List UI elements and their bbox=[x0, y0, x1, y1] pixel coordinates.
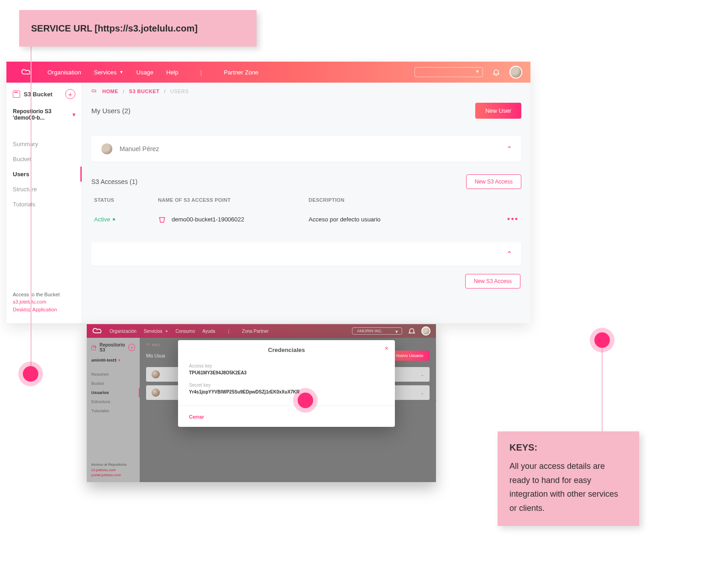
chevron-down-icon[interactable]: ⌄ bbox=[420, 372, 424, 377]
nav-usage[interactable]: Usage bbox=[136, 69, 154, 76]
nav-consumo[interactable]: Consumo bbox=[175, 329, 195, 334]
bucket-icon bbox=[158, 215, 166, 224]
main-app-window: Organisation Services▼ Usage Help | Part… bbox=[6, 62, 530, 323]
chevron-down-icon[interactable]: ⌄ bbox=[420, 390, 424, 395]
sidebar: S3 Bucket + Repostiorio S3 'demo00-b...▾… bbox=[6, 83, 82, 323]
new-s3-access-button[interactable]: New S3 Access bbox=[465, 274, 520, 289]
modal-title: Credenciales bbox=[178, 346, 395, 360]
chevron-down-icon: ▼ bbox=[120, 70, 124, 74]
repo-name: Repostiorio S3 'demo00-b... bbox=[13, 108, 71, 121]
sidebar-item-resumen[interactable]: Resumen bbox=[87, 370, 140, 379]
top-nav: Organisation Services▼ Usage Help | Part… bbox=[6, 62, 530, 83]
more-actions-icon[interactable]: ••• bbox=[507, 215, 519, 224]
nav-servicios[interactable]: Servicios▼ bbox=[144, 329, 168, 334]
sidebar-title: S3 Bucket bbox=[13, 90, 52, 98]
breadcrumb-s3bucket[interactable]: S3 BUCKET bbox=[129, 89, 160, 94]
page-title: My Users (2) bbox=[91, 107, 131, 115]
nav-zona-partner[interactable]: Zona Partner bbox=[242, 329, 268, 334]
new-s3-access-button[interactable]: New S3 Access bbox=[466, 174, 521, 189]
chevron-down-icon: ▼ bbox=[165, 330, 168, 333]
status-dot-icon bbox=[113, 218, 115, 220]
new-user-button[interactable]: New User bbox=[475, 103, 521, 119]
breadcrumb-users: USERS bbox=[170, 89, 189, 94]
repo-selector[interactable]: Repostiorio S3 'demo00-b...▾ bbox=[6, 105, 82, 127]
annotation-dot bbox=[23, 366, 38, 382]
org-selector[interactable] bbox=[415, 67, 483, 77]
mini-page-title: Mis Usua bbox=[146, 353, 165, 358]
table-row: Active demo00-bucket1-19006022 Acceso po… bbox=[91, 207, 521, 231]
access-section: S3 Accesses (1) New S3 Access STATUS NAM… bbox=[91, 174, 521, 231]
logo[interactable] bbox=[6, 68, 47, 77]
bell-icon[interactable] bbox=[492, 68, 500, 76]
breadcrumb: HOME / S3 BUCKET / USERS bbox=[91, 88, 521, 94]
sidebar-item-bucket[interactable]: Bucket bbox=[6, 152, 82, 167]
callout-service-url: SERVICE URL [https://s3.jotelulu.com] bbox=[19, 10, 257, 47]
sidebar-item-usuarios[interactable]: Usuarios bbox=[87, 388, 140, 397]
repo-selector[interactable]: amin00-test3▾ bbox=[87, 356, 140, 364]
add-bucket-button[interactable]: + bbox=[128, 344, 135, 351]
sidebar-item-users[interactable]: Users bbox=[6, 167, 82, 182]
avatar[interactable] bbox=[509, 66, 522, 79]
sidebar-item-tutorials[interactable]: Tutorials bbox=[6, 197, 82, 212]
mini-footer-link2[interactable]: portal.jotelulu.com bbox=[91, 472, 126, 478]
access-key-label: Access key bbox=[189, 363, 384, 368]
sidebar-footer: Access to the Bucket s3.jotelulu.com Des… bbox=[13, 291, 60, 314]
th-desc: DESCRIPTION bbox=[309, 197, 500, 203]
chevron-up-icon[interactable]: ⌃ bbox=[506, 250, 512, 258]
sidebar-item-bucket[interactable]: Bucket bbox=[87, 379, 140, 388]
home-icon[interactable] bbox=[91, 88, 98, 94]
th-name: NAME OF S3 ACCESS POINT bbox=[158, 197, 309, 203]
mini-bc-text: INICI bbox=[152, 343, 160, 347]
bucket-icon bbox=[13, 90, 20, 98]
sidebar-footer-link-desktop[interactable]: Desktop Application bbox=[13, 306, 60, 314]
keys-title: KEYS: bbox=[509, 442, 627, 453]
nav-separator: | bbox=[228, 329, 229, 334]
user-avatar bbox=[152, 388, 160, 397]
nav-organisation[interactable]: Organisation bbox=[47, 69, 81, 76]
nav-services[interactable]: Services▼ bbox=[94, 69, 124, 76]
callout-keys: KEYS: All your access details are ready … bbox=[498, 431, 639, 526]
chevron-up-icon[interactable]: ⌃ bbox=[506, 145, 512, 153]
sidebar-title-text: S3 Bucket bbox=[24, 91, 52, 98]
mini-sidebar-footer: Acceso al Repositorio s3.jotelulu.com po… bbox=[91, 462, 126, 478]
user-card[interactable]: Manuel Pérez ⌃ bbox=[91, 136, 521, 162]
close-icon[interactable]: × bbox=[385, 345, 388, 352]
chevron-down-icon: ▾ bbox=[73, 111, 75, 118]
table-header: STATUS NAME OF S3 ACCESS POINT DESCRIPTI… bbox=[91, 197, 521, 207]
nav-partner-zone[interactable]: Partner Zone bbox=[224, 69, 258, 76]
org-selector[interactable]: AMORIN INC. bbox=[352, 327, 402, 335]
bell-icon[interactable] bbox=[408, 327, 416, 335]
sidebar-item-structure[interactable]: Structure bbox=[6, 182, 82, 197]
breadcrumb-sep: / bbox=[123, 89, 125, 94]
nav-organizacion[interactable]: Organización bbox=[110, 329, 136, 334]
modal-close-button[interactable]: Cerrar bbox=[189, 414, 204, 420]
nav-help[interactable]: Help bbox=[166, 69, 178, 76]
nav-separator: | bbox=[200, 69, 202, 76]
keys-body: All your access details are ready to han… bbox=[509, 459, 627, 515]
status-text: Active bbox=[94, 216, 110, 223]
avatar[interactable] bbox=[421, 326, 430, 336]
mini-sidebar: Repositorio S3 + amin00-test3▾ Resumen B… bbox=[87, 338, 140, 482]
sidebar-item-summary[interactable]: Summary bbox=[6, 136, 82, 152]
mini-footer-heading: Acceso al Repositorio bbox=[91, 462, 126, 467]
user-card-collapsed[interactable]: ⌃ bbox=[91, 242, 521, 266]
sidebar-footer-heading: Access to the Bucket bbox=[13, 291, 60, 299]
status-badge: Active bbox=[94, 216, 158, 223]
access-description: Acceso por defecto usuario bbox=[309, 216, 500, 223]
sidebar-item-estructura[interactable]: Estructura bbox=[87, 397, 140, 406]
nav-ayuda[interactable]: Ayuda bbox=[202, 329, 215, 334]
mini-footer-link1[interactable]: s3.jotelulu.com bbox=[91, 467, 126, 472]
add-bucket-button[interactable]: + bbox=[65, 89, 75, 99]
breadcrumb-home[interactable]: HOME bbox=[102, 89, 118, 94]
credentials-modal: × Credenciales Access key TPU61MY3E94J8O… bbox=[178, 340, 395, 427]
sidebar-footer-link-domain[interactable]: s3.jotelulu.com bbox=[13, 298, 60, 306]
logo[interactable] bbox=[87, 326, 110, 336]
bucket-icon bbox=[91, 345, 96, 350]
mini-top-nav: Organización Servicios▼ Consumo Ayuda | … bbox=[87, 324, 436, 338]
nuevo-usuario-button[interactable]: Nuevo Usuario bbox=[389, 351, 430, 361]
content-area: HOME / S3 BUCKET / USERS My Users (2) Ne… bbox=[82, 83, 530, 323]
repo-name: amin00-test3 bbox=[91, 358, 116, 362]
chevron-down-icon: ▾ bbox=[118, 358, 121, 362]
sidebar-item-tutoriales[interactable]: Tutoriales bbox=[87, 406, 140, 415]
connector-line bbox=[602, 348, 603, 432]
